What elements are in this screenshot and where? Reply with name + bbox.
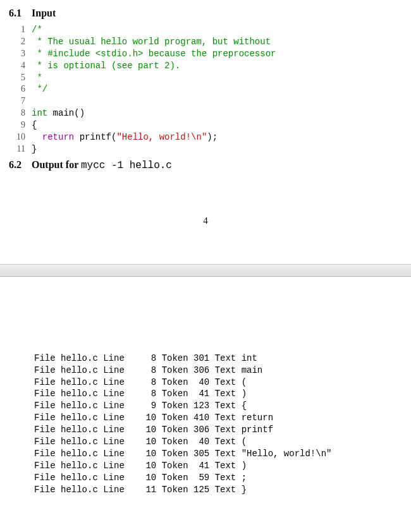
code-token: printf( xyxy=(74,132,116,142)
code-text: */ xyxy=(25,83,47,95)
code-listing: 1/*2 * The usual hello world program, bu… xyxy=(9,24,402,155)
code-text: return printf("Hello, world!\n"); xyxy=(25,131,218,143)
section-title-cmd: mycc -1 hello.c xyxy=(81,160,172,171)
output-row: File hello.c Line 8 Token 41 Text ) xyxy=(9,388,402,400)
code-text: * #include <stdio.h> because the preproc… xyxy=(25,48,276,60)
code-line: 6 */ xyxy=(9,83,402,95)
code-text: /* xyxy=(25,24,42,36)
output-row: File hello.c Line 10 Token 306 Text prin… xyxy=(9,424,402,436)
output-row: File hello.c Line 10 Token 41 Text ) xyxy=(9,460,402,472)
code-text: { xyxy=(25,119,37,131)
output-row: File hello.c Line 9 Token 123 Text { xyxy=(9,400,402,412)
code-line: 1/* xyxy=(9,24,402,36)
output-row: File hello.c Line 10 Token 40 Text ( xyxy=(9,436,402,448)
code-token: * #include <stdio.h> because the preproc… xyxy=(32,49,276,59)
code-token: */ xyxy=(32,84,47,94)
output-row: File hello.c Line 10 Token 410 Text retu… xyxy=(9,412,402,424)
output-row: File hello.c Line 8 Token 40 Text ( xyxy=(9,377,402,389)
section-title: Input xyxy=(32,8,56,18)
code-token: * xyxy=(32,73,42,83)
code-line: 11} xyxy=(9,143,402,155)
section-number: 6.1 xyxy=(9,8,21,18)
code-text: * xyxy=(25,72,42,84)
code-token: "Hello, world!\n" xyxy=(116,132,207,142)
code-line: 7 xyxy=(9,95,402,107)
line-number: 4 xyxy=(9,60,25,72)
line-number: 7 xyxy=(9,95,25,107)
code-token: return xyxy=(42,132,74,142)
code-token: main() xyxy=(47,108,85,118)
line-number: 1 xyxy=(9,24,25,36)
line-number: 5 xyxy=(9,72,25,84)
section-heading-input: 6.1Input xyxy=(9,8,402,19)
section-heading-output: 6.2Output for mycc -1 hello.c xyxy=(9,159,402,171)
code-token: /* xyxy=(32,25,42,35)
page-number: 4 xyxy=(9,215,402,226)
lexer-output: File hello.c Line 8 Token 301 Text intFi… xyxy=(9,353,402,496)
code-token: * is optional (see part 2). xyxy=(32,61,180,71)
output-row: File hello.c Line 11 Token 125 Text } xyxy=(9,484,402,496)
code-line: 5 * xyxy=(9,72,402,84)
code-text: } xyxy=(25,143,37,155)
line-number: 10 xyxy=(9,131,25,143)
line-number: 6 xyxy=(9,83,25,95)
code-token: int xyxy=(32,108,47,118)
code-line: 9{ xyxy=(9,119,402,131)
code-line: 10 return printf("Hello, world!\n"); xyxy=(9,131,402,143)
code-text: int main() xyxy=(25,107,85,119)
code-line: 2 * The usual hello world program, but w… xyxy=(9,36,402,48)
code-line: 3 * #include <stdio.h> because the prepr… xyxy=(9,48,402,60)
code-line: 8int main() xyxy=(9,107,402,119)
section-number: 6.2 xyxy=(9,159,21,170)
line-number: 8 xyxy=(9,107,25,119)
line-number: 11 xyxy=(9,143,25,155)
code-text xyxy=(25,95,37,107)
output-row: File hello.c Line 10 Token 59 Text ; xyxy=(9,472,402,484)
code-text: * is optional (see part 2). xyxy=(25,60,180,72)
code-text: * The usual hello world program, but wit… xyxy=(25,36,271,48)
section-title-prefix: Output for xyxy=(32,159,81,170)
output-row: File hello.c Line 8 Token 301 Text int xyxy=(9,353,402,365)
code-token: ); xyxy=(207,132,218,142)
page-break xyxy=(0,264,411,277)
code-token: { xyxy=(32,120,37,130)
code-token: } xyxy=(32,144,37,154)
line-number: 3 xyxy=(9,48,25,60)
line-number: 9 xyxy=(9,119,25,131)
output-row: File hello.c Line 10 Token 305 Text "Hel… xyxy=(9,448,402,460)
code-token: * The usual hello world program, but wit… xyxy=(32,37,271,47)
line-number: 2 xyxy=(9,36,25,48)
code-line: 4 * is optional (see part 2). xyxy=(9,60,402,72)
output-row: File hello.c Line 8 Token 306 Text main xyxy=(9,365,402,377)
code-token xyxy=(32,132,42,142)
